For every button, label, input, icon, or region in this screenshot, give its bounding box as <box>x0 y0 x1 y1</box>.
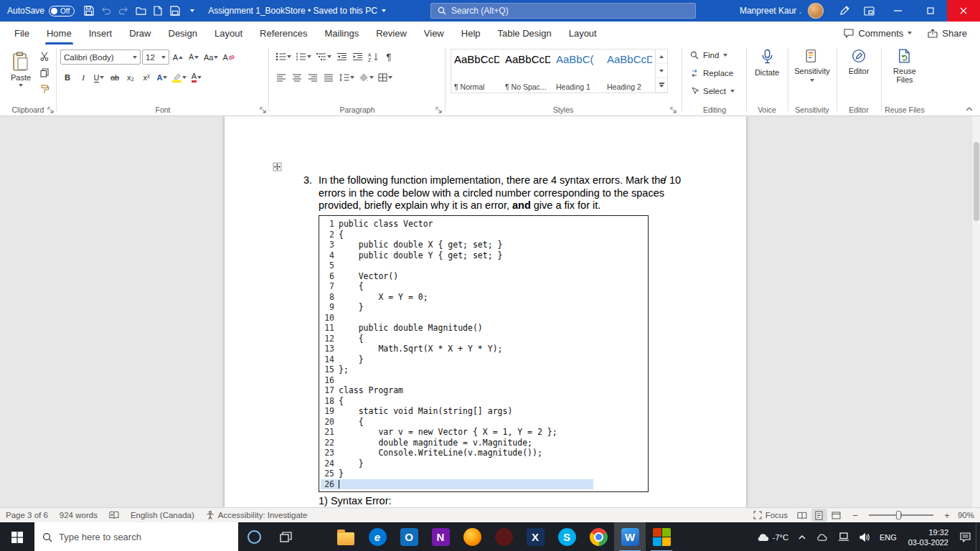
start-button[interactable] <box>0 522 34 551</box>
eclipse-icon[interactable] <box>488 522 519 551</box>
taskbar-clock[interactable]: 19:32 03-03-2022 <box>902 527 955 547</box>
volume-icon[interactable] <box>854 522 875 551</box>
user-name[interactable]: Manpreet Kaur . <box>740 6 801 16</box>
pen-icon[interactable] <box>832 0 857 22</box>
superscript-button[interactable]: x² <box>139 70 154 85</box>
search-input[interactable] <box>451 6 689 16</box>
shrink-font-button[interactable]: A <box>187 50 201 65</box>
task-view-button[interactable] <box>270 522 301 551</box>
focus-button[interactable]: Focus <box>753 511 788 519</box>
tab-view[interactable]: View <box>415 22 453 44</box>
increase-indent-button[interactable] <box>350 50 364 64</box>
align-center-button[interactable] <box>290 70 304 85</box>
customize-qat-icon[interactable] <box>184 1 201 20</box>
firefox-icon[interactable] <box>456 522 488 551</box>
onedrive-icon[interactable] <box>811 522 833 551</box>
replace-button[interactable]: Replace <box>690 69 733 77</box>
word-count[interactable]: 924 words <box>60 511 98 519</box>
decrease-indent-button[interactable] <box>334 50 349 64</box>
strikethrough-button[interactable]: ab <box>108 70 122 85</box>
styles-scroll-down[interactable] <box>656 64 667 78</box>
font-color-button[interactable]: A <box>189 70 204 85</box>
tab-review[interactable]: Review <box>367 22 415 44</box>
select-button[interactable]: Select <box>690 87 735 95</box>
tab-help[interactable]: Help <box>453 22 489 44</box>
skype-icon[interactable]: S <box>551 522 583 551</box>
numbering-button[interactable] <box>294 50 313 64</box>
vertical-scrollbar[interactable] <box>971 116 980 507</box>
styles-dialog-launcher[interactable] <box>670 107 677 113</box>
action-center-button[interactable] <box>955 522 976 551</box>
align-left-button[interactable] <box>274 70 288 85</box>
justify-button[interactable] <box>321 70 336 85</box>
sort-button[interactable]: AZ <box>366 50 380 64</box>
clear-formatting-button[interactable]: A <box>221 50 235 65</box>
maximize-button[interactable] <box>914 0 947 22</box>
new-document-icon[interactable] <box>149 1 166 20</box>
search-bar[interactable] <box>430 3 696 19</box>
avatar[interactable] <box>808 3 824 19</box>
tab-design[interactable]: Design <box>160 22 206 44</box>
highlight-button[interactable] <box>171 70 188 85</box>
borders-button[interactable] <box>377 70 394 85</box>
grow-font-button[interactable]: A <box>171 50 185 65</box>
shading-button[interactable] <box>357 70 375 85</box>
display-icon[interactable] <box>833 522 854 551</box>
copy-button[interactable] <box>37 65 52 80</box>
x-app-icon[interactable]: X <box>519 522 551 551</box>
line-spacing-button[interactable] <box>337 70 356 85</box>
table-move-handle-icon[interactable] <box>273 162 282 171</box>
clipboard-dialog-launcher[interactable] <box>47 107 54 113</box>
document-page[interactable]: 3. In the following function implementat… <box>225 116 746 507</box>
outlook-icon[interactable]: O <box>393 522 425 551</box>
italic-button[interactable]: I <box>76 70 90 85</box>
save-as-icon[interactable] <box>166 1 184 20</box>
presentation-icon[interactable] <box>857 0 881 22</box>
language-indicator[interactable]: English (Canada) <box>131 511 194 519</box>
tab-table-layout[interactable]: Layout <box>560 22 606 44</box>
tab-draw[interactable]: Draw <box>121 22 159 44</box>
read-mode-button[interactable] <box>794 509 810 522</box>
cortana-button[interactable] <box>238 522 270 551</box>
font-dialog-launcher[interactable] <box>260 107 266 113</box>
tab-insert[interactable]: Insert <box>80 22 121 44</box>
zoom-slider-thumb[interactable] <box>896 511 901 519</box>
Heading 1[interactable]: AaBbC( Heading 1 <box>553 50 604 93</box>
chrome-icon[interactable] <box>583 522 614 551</box>
undo-icon[interactable] <box>98 1 115 20</box>
format-painter-button[interactable] <box>37 82 52 96</box>
collapse-ribbon-button[interactable] <box>966 107 973 111</box>
save-icon[interactable] <box>80 1 98 20</box>
onenote-icon[interactable]: N <box>425 522 456 551</box>
font-size-select[interactable]: 12 <box>142 50 169 65</box>
hidden-icons-chevron[interactable] <box>793 522 811 551</box>
autosave-toggle[interactable]: AutoSave Off <box>0 6 80 17</box>
multilevel-list-button[interactable] <box>314 50 333 64</box>
zoom-out-button[interactable]: − <box>851 510 859 521</box>
open-folder-icon[interactable] <box>132 1 149 20</box>
show-paragraph-marks-button[interactable]: ¶ <box>382 50 396 64</box>
tab-table-design[interactable]: Table Design <box>489 22 560 44</box>
zoom-level[interactable]: 90% <box>958 511 974 519</box>
tab-layout[interactable]: Layout <box>206 22 251 44</box>
change-case-button[interactable]: Aa <box>202 50 220 65</box>
¶ No Spac...[interactable]: AaBbCcD ¶ No Spac... <box>502 50 553 93</box>
photos-icon[interactable] <box>646 522 677 551</box>
web-layout-button[interactable] <box>829 509 844 522</box>
weather-widget[interactable]: -7°C <box>751 522 793 551</box>
show-desktop-button[interactable] <box>976 522 980 551</box>
font-name-select[interactable]: Calibri (Body) <box>60 50 141 65</box>
bold-button[interactable]: B <box>60 70 75 85</box>
page-indicator[interactable]: Page 3 of 6 <box>6 511 48 519</box>
subscript-button[interactable]: x₂ <box>123 70 138 85</box>
reuse-files-button[interactable]: Reuse Files <box>887 49 922 84</box>
redo-icon[interactable] <box>115 1 132 20</box>
tab-references[interactable]: References <box>251 22 316 44</box>
share-button[interactable]: Share <box>928 28 967 39</box>
proofing-icon[interactable] <box>109 511 119 519</box>
find-button[interactable]: Find <box>690 51 727 60</box>
tab-file[interactable]: File <box>6 22 38 44</box>
autosave-pill[interactable]: Off <box>49 6 75 17</box>
taskbar-search-input[interactable] <box>59 532 230 542</box>
accessibility-status[interactable]: Accessibility: Investigate <box>206 511 308 519</box>
